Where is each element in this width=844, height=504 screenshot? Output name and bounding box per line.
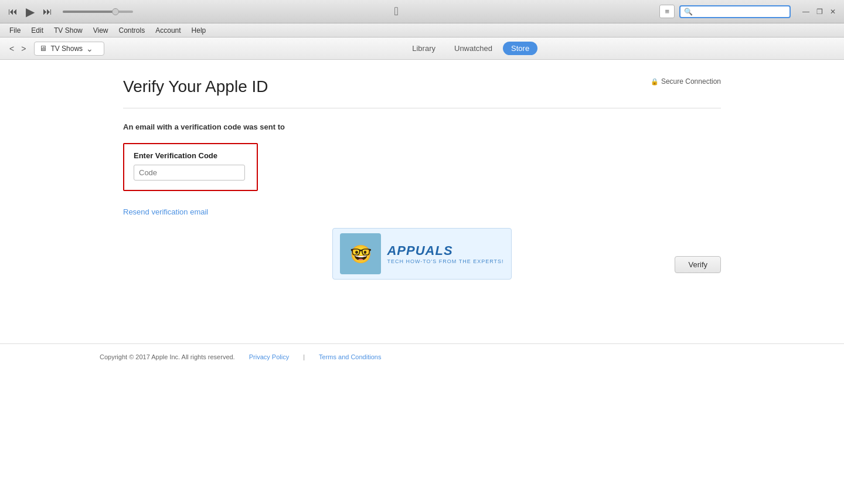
footer-content: Copyright © 2017 Apple Inc. All rights r… (100, 353, 744, 360)
appuals-title: APPUALS (387, 243, 503, 258)
appuals-subtitle: TECH HOW-TO'S FROM THE EXPERTS! (387, 258, 503, 264)
search-icon: 🔍 (684, 8, 693, 16)
terms-link[interactable]: Terms and Conditions (319, 353, 381, 360)
apple-logo-icon:  (394, 5, 399, 18)
verification-code-input[interactable] (134, 165, 245, 181)
tab-unwatched[interactable]: Unwatched (446, 42, 501, 55)
nav-arrows: < > (7, 43, 28, 55)
verification-box: Enter Verification Code (123, 143, 258, 191)
page-title: Verify Your Apple ID (123, 77, 721, 96)
progress-bar[interactable] (63, 11, 133, 13)
tab-store[interactable]: Store (503, 42, 537, 55)
secure-connection: 🔒 Secure Connection (651, 77, 721, 86)
divider (123, 108, 721, 108)
footer-separator: | (303, 353, 305, 360)
nav-tabs: Library Unwatched Store (104, 42, 837, 55)
prev-button[interactable]: ⏮ (6, 5, 20, 18)
mascot-emoji: 🤓 (350, 244, 372, 264)
email-notice: An email with a verification code was se… (123, 122, 721, 131)
secure-connection-label: Secure Connection (661, 77, 721, 86)
location-dropdown-icon[interactable]: ⌄ (86, 44, 93, 53)
back-button[interactable]: < (7, 43, 16, 55)
lock-icon: 🔒 (651, 78, 659, 86)
menu-item-file[interactable]: File (5, 25, 25, 36)
privacy-policy-link[interactable]: Privacy Policy (249, 353, 289, 360)
close-button[interactable]: ✕ (828, 6, 838, 17)
content-inner: 🔒 Secure Connection Verify Your Apple ID… (100, 60, 744, 343)
menu-item-view[interactable]: View (89, 25, 113, 36)
menu-item-tvshow[interactable]: TV Show (49, 25, 87, 36)
progress-thumb[interactable] (112, 8, 119, 15)
footer: Copyright © 2017 Apple Inc. All rights r… (0, 343, 844, 370)
navbar: < > 🖥 TV Shows ⌄ Library Unwatched Store (0, 38, 844, 60)
minimize-button[interactable]: — (800, 6, 812, 17)
appuals-text-block: APPUALS TECH HOW-TO'S FROM THE EXPERTS! (387, 243, 503, 264)
appuals-mascot-icon: 🤓 (340, 233, 381, 274)
progress-fill (63, 11, 115, 13)
menu-button[interactable]: ≡ (659, 5, 675, 18)
main-content: 🔒 Secure Connection Verify Your Apple ID… (0, 60, 844, 504)
resend-link[interactable]: Resend verification email (123, 207, 721, 216)
restore-button[interactable]: ❐ (814, 6, 825, 17)
play-button[interactable]: ▶ (23, 4, 37, 20)
search-input[interactable] (695, 8, 783, 16)
next-button[interactable]: ⏭ (40, 5, 55, 18)
menu-item-controls[interactable]: Controls (114, 25, 150, 36)
location-text: TV Shows (50, 45, 83, 53)
titlebar: ⏮ ▶ ⏭  ≡ 🔍 — ❐ ✕ (0, 0, 844, 23)
titlebar-center:  (138, 5, 655, 18)
window-controls: — ❐ ✕ (800, 6, 838, 17)
appuals-badge: 🤓 APPUALS TECH HOW-TO'S FROM THE EXPERTS… (332, 228, 511, 280)
forward-button[interactable]: > (19, 43, 28, 55)
watermark-area: 🤓 APPUALS TECH HOW-TO'S FROM THE EXPERTS… (123, 228, 721, 280)
location-bar: 🖥 TV Shows ⌄ (34, 42, 104, 56)
footer-copyright: Copyright © 2017 Apple Inc. All rights r… (100, 353, 235, 360)
transport-controls: ⏮ ▶ ⏭ (6, 4, 55, 20)
menu-item-account[interactable]: Account (151, 25, 185, 36)
verification-label: Enter Verification Code (134, 151, 247, 160)
titlebar-right: ≡ 🔍 — ❐ ✕ (659, 5, 838, 18)
monitor-icon: 🖥 (39, 44, 47, 53)
menubar: File Edit TV Show View Controls Account … (0, 23, 844, 38)
tab-library[interactable]: Library (404, 42, 444, 55)
menu-item-help[interactable]: Help (187, 25, 211, 36)
menu-item-edit[interactable]: Edit (26, 25, 48, 36)
search-bar: 🔍 (679, 5, 791, 18)
